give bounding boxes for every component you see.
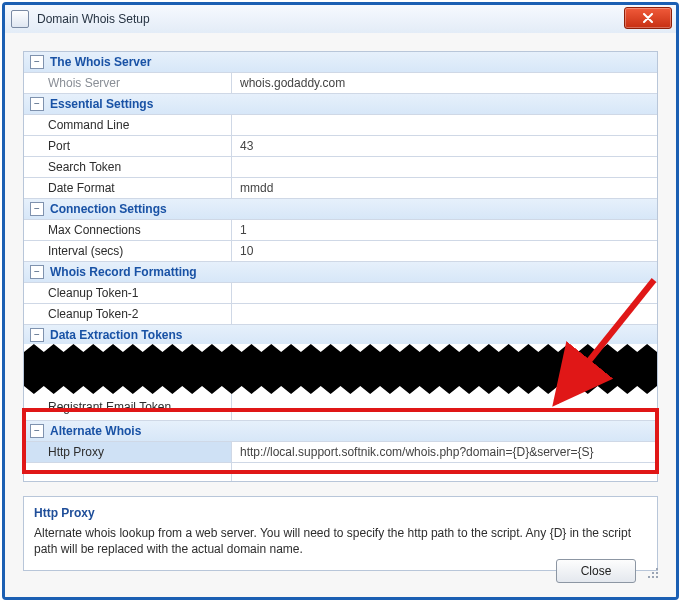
resize-grip[interactable]: [644, 564, 658, 578]
section-essential-settings[interactable]: − Essential Settings: [24, 93, 657, 114]
row-date-format[interactable]: Date Format mmdd: [24, 177, 657, 198]
row-http-proxy[interactable]: Http Proxy http://local.support.softnik.…: [24, 441, 657, 462]
description-title: Http Proxy: [34, 505, 647, 521]
row-cleanup-token-2[interactable]: Cleanup Token-2: [24, 303, 657, 324]
row-command-line[interactable]: Command Line: [24, 114, 657, 135]
label-whois-server: Whois Server: [24, 73, 232, 93]
close-button[interactable]: Close: [556, 559, 636, 583]
section-whois-server[interactable]: − The Whois Server: [24, 52, 657, 72]
row-port[interactable]: Port 43: [24, 135, 657, 156]
row-empty: [24, 462, 657, 481]
row-registrant-email-token[interactable]: Registrant Email Token: [24, 393, 657, 420]
description-body: Alternate whois lookup from a web server…: [34, 525, 647, 557]
window-close-button[interactable]: [624, 7, 672, 29]
row-cleanup-token-1[interactable]: Cleanup Token-1: [24, 282, 657, 303]
window: Domain Whois Setup − The Whois Server Wh…: [2, 2, 679, 600]
row-whois-server[interactable]: Whois Server whois.godaddy.com: [24, 72, 657, 93]
collapse-icon[interactable]: −: [30, 265, 44, 279]
property-grid[interactable]: − The Whois Server Whois Server whois.go…: [23, 51, 658, 482]
close-icon: [643, 13, 653, 23]
section-record-formatting[interactable]: − Whois Record Formatting: [24, 261, 657, 282]
collapse-icon[interactable]: −: [30, 424, 44, 438]
collapse-icon[interactable]: −: [30, 55, 44, 69]
titlebar[interactable]: Domain Whois Setup: [5, 5, 676, 34]
image-break: [24, 344, 657, 394]
section-connection-settings[interactable]: − Connection Settings: [24, 198, 657, 219]
app-icon: [11, 10, 29, 28]
collapse-icon[interactable]: −: [30, 202, 44, 216]
collapse-icon[interactable]: −: [30, 328, 44, 342]
section-alternate-whois[interactable]: − Alternate Whois: [24, 420, 657, 441]
collapse-icon[interactable]: −: [30, 97, 44, 111]
value-http-proxy[interactable]: http://local.support.softnik.com/whois.p…: [232, 442, 657, 462]
row-interval[interactable]: Interval (secs) 10: [24, 240, 657, 261]
row-search-token[interactable]: Search Token: [24, 156, 657, 177]
row-max-connections[interactable]: Max Connections 1: [24, 219, 657, 240]
value-whois-server[interactable]: whois.godaddy.com: [232, 73, 657, 93]
window-title: Domain Whois Setup: [37, 12, 150, 26]
section-data-extraction[interactable]: − Data Extraction Tokens: [24, 324, 657, 345]
